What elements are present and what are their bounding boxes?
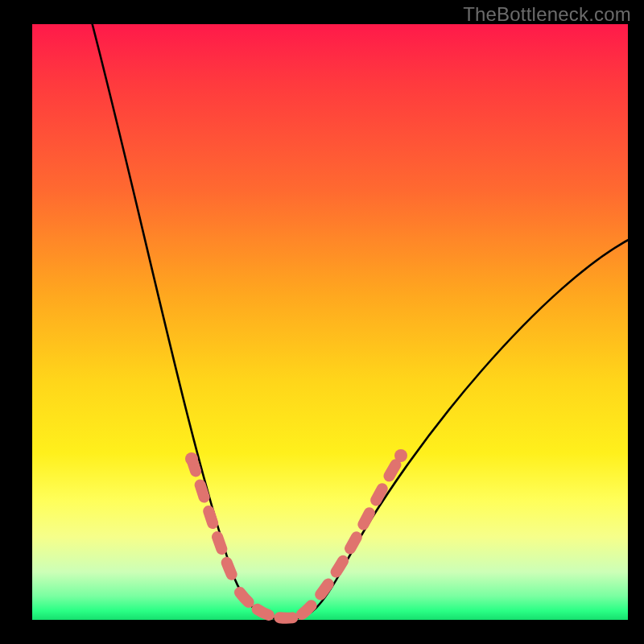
watermark-text: TheBottleneck.com bbox=[463, 3, 631, 26]
dotted-valley-segment bbox=[240, 592, 295, 618]
chart-frame: TheBottleneck.com bbox=[0, 0, 644, 644]
dotted-left-segment bbox=[192, 459, 237, 588]
dot-r1 bbox=[394, 449, 407, 462]
dot-l1 bbox=[185, 452, 198, 465]
dotted-right-segment bbox=[302, 456, 401, 614]
chart-svg bbox=[32, 24, 628, 620]
plot-area bbox=[32, 24, 628, 620]
